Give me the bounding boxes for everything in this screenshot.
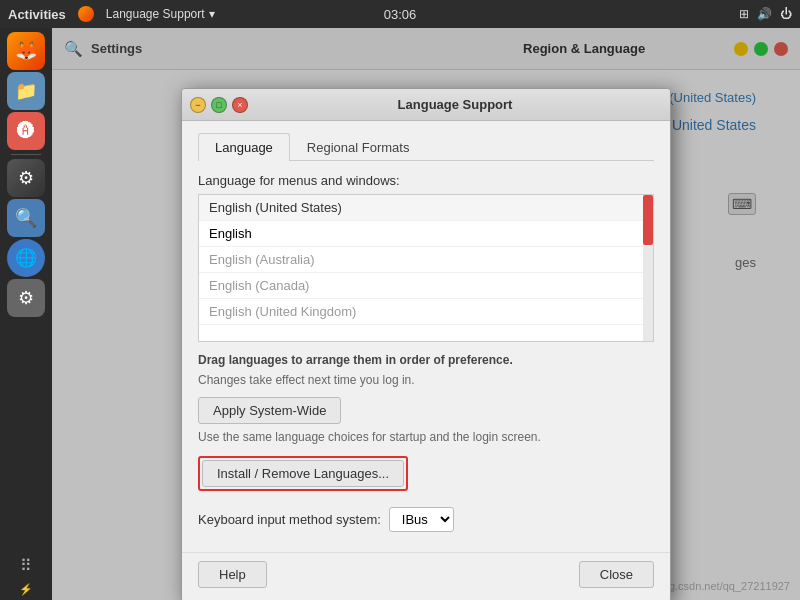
dock-item-search[interactable]: 🔍 (7, 199, 45, 237)
dock-item-browser[interactable]: 🌐 (7, 239, 45, 277)
app-name-label: Language Support (106, 7, 205, 21)
dock-item-appstore[interactable]: 🅐 (7, 112, 45, 150)
power-icon[interactable]: ⏻ (780, 7, 792, 21)
dialog-maximize-button[interactable]: □ (211, 97, 227, 113)
tab-regional-formats[interactable]: Regional Formats (290, 133, 427, 161)
section-label: Language for menus and windows: (198, 173, 654, 188)
keyboard-row: Keyboard input method system: IBus (198, 507, 654, 532)
list-item[interactable]: English (199, 221, 653, 247)
files-dock-icon: 📁 (15, 80, 37, 102)
content-area: 🔍 Settings Region & Language sh (United … (52, 28, 800, 600)
help-button[interactable]: Help (198, 561, 267, 588)
dialog-footer: Help Close (182, 552, 670, 600)
list-item[interactable]: English (United Kingdom) (199, 299, 653, 325)
dock-item-settings[interactable]: ⚙ (7, 159, 45, 197)
activities-button[interactable]: Activities (8, 7, 66, 22)
appstore-dock-icon: 🅐 (17, 121, 35, 142)
list-item[interactable]: English (Australia) (199, 247, 653, 273)
list-scrollbar[interactable] (643, 195, 653, 341)
install-btn-wrapper: Install / Remove Languages... (198, 456, 408, 491)
modal-backdrop: − □ × Language Support Language Regional… (52, 28, 800, 600)
app-arrow-icon: ▾ (209, 7, 215, 21)
dock: 🦊 📁 🅐 ⚙ 🔍 🌐 ⚙ ⠿ ⚡ (0, 28, 52, 600)
install-remove-button[interactable]: Install / Remove Languages... (202, 460, 404, 487)
keyboard-select[interactable]: IBus (389, 507, 454, 532)
dialog-minimize-button[interactable]: − (190, 97, 206, 113)
list-item[interactable]: English (Canada) (199, 273, 653, 299)
firefox-dock-icon: 🦊 (15, 40, 37, 62)
firefox-icon (78, 6, 94, 22)
dialog-titlebar: − □ × Language Support (182, 89, 670, 121)
top-bar-right: ⊞ 🔊 ⏻ (739, 7, 792, 21)
dialog-body: Language Regional Formats Language for m… (182, 121, 670, 548)
apply-hint: Use the same language choices for startu… (198, 430, 654, 444)
network-icon[interactable]: ⊞ (739, 7, 749, 21)
dock-item-firefox[interactable]: 🦊 (7, 32, 45, 70)
top-bar: Activities Language Support ▾ 03:06 ⊞ 🔊 … (0, 0, 800, 28)
apply-system-wide-button[interactable]: Apply System-Wide (198, 397, 341, 424)
dock-item-cog[interactable]: ⚙ (7, 279, 45, 317)
dock-dots: ⠿ (20, 556, 32, 575)
dialog-win-controls: − □ × (190, 97, 248, 113)
language-list[interactable]: English (United States) English English … (198, 194, 654, 342)
dock-separator (11, 154, 41, 155)
drag-hint-sub: Changes take effect next time you log in… (198, 373, 654, 387)
dialog-title: Language Support (248, 97, 662, 112)
language-support-dialog: − □ × Language Support Language Regional… (181, 88, 671, 600)
scrollbar-thumb (643, 195, 653, 245)
tab-language[interactable]: Language (198, 133, 290, 161)
dock-power-label: ⚡ (19, 583, 33, 600)
keyboard-label: Keyboard input method system: (198, 512, 381, 527)
clock: 03:06 (384, 7, 417, 22)
close-button[interactable]: Close (579, 561, 654, 588)
dialog-close-button[interactable]: × (232, 97, 248, 113)
main-layout: 🦊 📁 🅐 ⚙ 🔍 🌐 ⚙ ⠿ ⚡ 🔍 Settings Regio (0, 28, 800, 600)
cog-dock-icon: ⚙ (18, 287, 34, 309)
tab-bar: Language Regional Formats (198, 133, 654, 161)
app-indicator[interactable]: Language Support ▾ (106, 7, 215, 21)
dock-item-files[interactable]: 📁 (7, 72, 45, 110)
search-dock-icon: 🔍 (15, 207, 37, 229)
volume-icon[interactable]: 🔊 (757, 7, 772, 21)
settings-dock-icon: ⚙ (18, 167, 34, 189)
list-item[interactable]: English (United States) (199, 195, 653, 221)
browser-dock-icon: 🌐 (15, 247, 37, 269)
drag-hint: Drag languages to arrange them in order … (198, 352, 654, 369)
